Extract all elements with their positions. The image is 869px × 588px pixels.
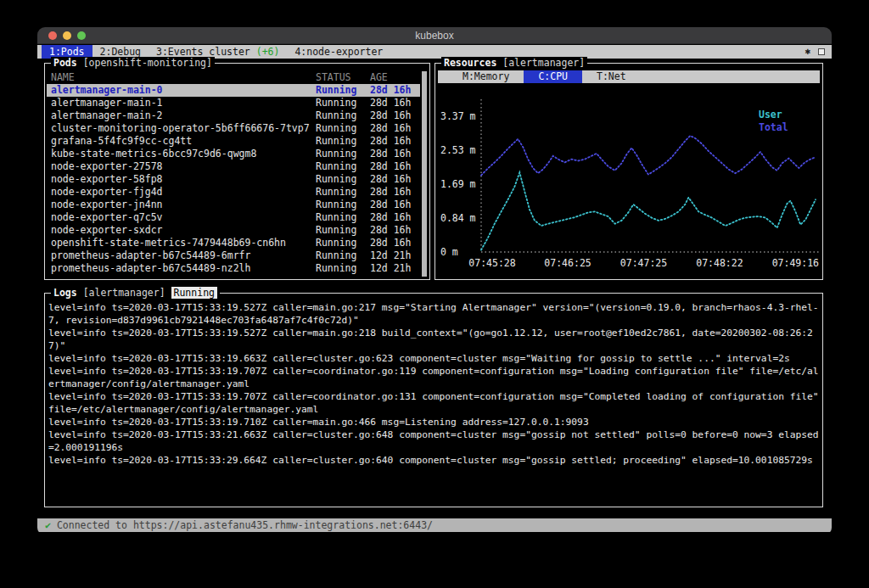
pod-age: 28d 16h [370,109,420,122]
tabbar-indicators: ✱ [805,45,832,59]
log-lines[interactable]: level=info ts=2020-03-17T15:33:19.527Z c… [48,301,819,505]
table-row[interactable]: node-exporter-58fp8Running28d 16h [47,173,420,186]
svg-text:0 m: 0 m [440,246,458,258]
pod-name: prometheus-adapter-b67c54489-nz2lh [51,262,316,275]
column-header-name: NAME [51,71,316,84]
table-row[interactable]: alertmanager-main-0Running28d 16h [47,84,420,97]
tab-label: 4:node-exporter [294,46,383,58]
log-line: level=info ts=2020-03-17T15:33:21.663Z c… [48,428,819,454]
table-row[interactable]: kube-state-metrics-6bcc97c9d6-qwgm8Runni… [47,148,420,160]
pod-name: prometheus-adapter-b67c54489-6mrfr [51,249,316,262]
table-row[interactable]: node-exporter-27578Running28d 16h [47,160,420,173]
connection-status-text: Connected to https://api.astefanu435.rhm… [57,519,433,531]
cpu-usage-line-chart: 3.37 m2.53 m1.69 m0.84 m0 m07:45:2807:46… [437,86,821,277]
pod-name: alertmanager-main-2 [51,109,316,122]
pod-status: Running [316,199,370,211]
zoom-window-icon[interactable] [77,31,86,40]
pod-age: 28d 16h [370,224,420,237]
pod-status: Running [316,109,370,122]
svg-text:07:48:22: 07:48:22 [696,257,743,269]
pod-status: Running [316,122,370,135]
pod-age: 28d 16h [370,84,420,97]
table-row[interactable]: node-exporter-sxdcrRunning28d 16h [47,224,420,237]
resources-tab-c-cpu[interactable]: C:CPU [524,70,582,83]
resources-panel: Resources [alertmanager] M:MemoryC:CPUT:… [434,63,823,280]
table-row[interactable]: openshift-state-metrics-7479448b69-cn6hn… [47,237,420,249]
resources-tab-m-memory[interactable]: M:Memory [448,70,524,83]
tab-badge: (+6) [250,46,280,58]
resources-pod-label: [alertmanager] [502,57,585,69]
tab-label: 1:Pods [49,46,85,58]
close-window-icon[interactable] [48,31,57,40]
table-row[interactable]: node-exporter-fjg4dRunning28d 16h [47,186,420,199]
pod-status: Running [316,262,370,275]
pod-status: Running [316,84,370,97]
pods-panel: Pods [openshift-monitoring] NAME STATUS … [44,63,430,280]
pod-status: Running [316,249,370,262]
pod-status: Running [316,135,370,148]
pod-name: alertmanager-main-0 [51,84,316,97]
pods-table-body: alertmanager-main-0Running28d 16halertma… [47,84,420,275]
pod-age: 12d 21h [370,262,420,275]
pod-name: node-exporter-sxdcr [51,224,316,237]
connection-status-bar: ✔ Connected to https://api.astefanu435.r… [37,518,832,532]
pods-panel-title: Pods [openshift-monitoring] [51,57,215,69]
table-row[interactable]: node-exporter-jn4nnRunning28d 16h [47,199,420,211]
window-titlebar[interactable]: kubebox [37,27,832,44]
pods-namespace-label: [openshift-monitoring] [83,57,212,69]
pod-name: node-exporter-q7c5v [51,211,316,224]
check-icon: ✔ [45,519,51,531]
pod-age: 28d 16h [370,199,420,211]
pod-name: node-exporter-fjg4d [51,186,316,199]
pod-age: 28d 16h [370,237,420,249]
cpu-chart: 3.37 m2.53 m1.69 m0.84 m0 m07:45:2807:46… [437,86,821,277]
logs-panel-title: Logs [alertmanager] Running [51,287,220,299]
tab-label: 3:Events cluster [156,46,250,58]
tab-label: 2:Debug [100,46,141,58]
log-line: level=info ts=2020-03-17T15:33:19.710Z c… [48,416,819,428]
column-header-status: STATUS [316,71,370,84]
svg-text:07:49:16: 07:49:16 [772,257,819,269]
pod-age: 28d 16h [370,160,420,173]
window-box-icon[interactable] [818,48,825,55]
table-row[interactable]: prometheus-adapter-b67c54489-6mrfrRunnin… [47,249,420,262]
svg-text:2.53 m: 2.53 m [440,144,476,156]
column-header-age: AGE [370,71,420,84]
pod-status: Running [316,97,370,109]
table-row[interactable]: node-exporter-q7c5vRunning28d 16h [47,211,420,224]
logs-panel: Logs [alertmanager] Running level=info t… [44,293,823,507]
pod-status: Running [316,148,370,160]
log-line: level=info ts=2020-03-17T15:33:19.707Z c… [48,365,819,390]
pod-age: 28d 16h [370,173,420,186]
pod-status: Running [316,224,370,237]
traffic-lights [48,31,86,40]
pod-name: kube-state-metrics-6bcc97c9d6-qwgm8 [51,148,316,160]
window-title: kubebox [415,30,453,42]
logs-pod-label: [alertmanager] [83,287,165,299]
tab-4-node-exporter[interactable]: 4:node-exporter [287,45,390,59]
pod-age: 12d 21h [370,249,420,262]
pod-status: Running [316,186,370,199]
pod-name: node-exporter-58fp8 [51,173,316,186]
app-window: kubebox 1:Pods2:Debug3:Events cluster (+… [37,27,832,535]
table-row[interactable]: grafana-5f4fc9f9cc-cg4ttRunning28d 16h [47,135,420,148]
log-line: level=info ts=2020-03-17T15:33:19.527Z c… [48,301,819,327]
minimize-window-icon[interactable] [63,31,71,40]
table-row[interactable]: alertmanager-main-1Running28d 16h [47,97,420,109]
resources-title-label: Resources [444,57,496,69]
table-row[interactable]: alertmanager-main-2Running28d 16h [47,109,420,122]
status-badge: Running [171,287,217,299]
pods-table-header: NAME STATUS AGE [47,71,420,84]
pods-scrollbar[interactable] [422,71,427,277]
pod-age: 28d 16h [370,211,420,224]
svg-text:07:45:28: 07:45:28 [468,257,515,269]
pod-name: openshift-state-metrics-7479448b69-cn6hn [51,237,316,249]
log-line: level=info ts=2020-03-17T15:33:19.663Z c… [48,352,819,365]
pod-age: 28d 16h [370,122,420,135]
svg-text:User: User [759,109,782,120]
table-row[interactable]: cluster-monitoring-operator-5b6ff66676-7… [47,122,420,135]
resources-tab-t-net[interactable]: T:Net [582,70,641,83]
table-row[interactable]: prometheus-adapter-b67c54489-nz2lhRunnin… [47,262,420,275]
svg-text:1.69 m: 1.69 m [440,178,476,190]
svg-text:3.37 m: 3.37 m [440,110,476,122]
